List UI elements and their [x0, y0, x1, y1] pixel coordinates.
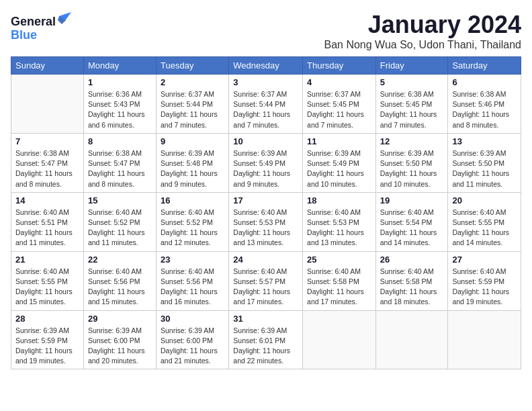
day-number: 6	[452, 77, 517, 87]
week-row-2: 14Sunrise: 6:40 AMSunset: 5:51 PMDayligh…	[11, 192, 521, 251]
week-row-1: 7Sunrise: 6:38 AMSunset: 5:47 PMDaylight…	[11, 133, 521, 192]
header-cell-thursday: Thursday	[303, 57, 376, 75]
header-row: SundayMondayTuesdayWednesdayThursdayFrid…	[11, 57, 521, 75]
day-cell: 15Sunrise: 6:40 AMSunset: 5:52 PMDayligh…	[83, 192, 156, 251]
day-info: Sunrise: 6:40 AMSunset: 5:59 PMDaylight:…	[452, 267, 517, 308]
day-cell: 25Sunrise: 6:40 AMSunset: 5:58 PMDayligh…	[303, 251, 376, 310]
day-number: 1	[88, 77, 152, 87]
day-number: 5	[380, 77, 444, 87]
day-number: 8	[88, 136, 152, 146]
day-info: Sunrise: 6:40 AMSunset: 5:58 PMDaylight:…	[307, 267, 371, 308]
day-info: Sunrise: 6:40 AMSunset: 5:54 PMDaylight:…	[380, 208, 444, 248]
day-number: 24	[233, 255, 298, 265]
week-row-3: 21Sunrise: 6:40 AMSunset: 5:55 PMDayligh…	[11, 251, 521, 310]
day-cell: 10Sunrise: 6:39 AMSunset: 5:49 PMDayligh…	[229, 133, 303, 192]
day-number: 11	[307, 136, 371, 146]
day-info: Sunrise: 6:39 AMSunset: 5:49 PMDaylight:…	[307, 148, 371, 189]
day-number: 28	[15, 314, 79, 324]
day-number: 23	[161, 255, 224, 265]
day-cell: 19Sunrise: 6:40 AMSunset: 5:54 PMDayligh…	[375, 192, 448, 251]
day-info: Sunrise: 6:37 AMSunset: 5:45 PMDaylight:…	[307, 89, 371, 130]
day-cell: 1Sunrise: 6:36 AMSunset: 5:43 PMDaylight…	[83, 75, 156, 134]
day-number: 27	[452, 255, 517, 265]
day-number: 19	[380, 195, 444, 205]
day-cell: 22Sunrise: 6:40 AMSunset: 5:56 PMDayligh…	[83, 251, 156, 310]
day-number: 31	[233, 314, 298, 324]
day-info: Sunrise: 6:40 AMSunset: 5:53 PMDaylight:…	[307, 208, 371, 248]
day-info: Sunrise: 6:40 AMSunset: 5:56 PMDaylight:…	[88, 267, 152, 308]
day-number: 13	[452, 136, 517, 146]
day-info: Sunrise: 6:36 AMSunset: 5:43 PMDaylight:…	[88, 89, 152, 130]
header: General Blue January 2024 Ban Nong Wua S…	[11, 11, 521, 51]
header-cell-wednesday: Wednesday	[229, 57, 303, 75]
week-row-4: 28Sunrise: 6:39 AMSunset: 5:59 PMDayligh…	[11, 310, 521, 369]
calendar-subtitle: Ban Nong Wua So, Udon Thani, Thailand	[324, 39, 521, 51]
day-cell: 23Sunrise: 6:40 AMSunset: 5:56 PMDayligh…	[157, 251, 229, 310]
day-number: 20	[452, 195, 517, 205]
day-cell: 17Sunrise: 6:40 AMSunset: 5:53 PMDayligh…	[229, 192, 303, 251]
logo-icon: General Blue	[11, 11, 71, 44]
week-row-0: 1Sunrise: 6:36 AMSunset: 5:43 PMDaylight…	[11, 75, 521, 134]
day-cell: 3Sunrise: 6:37 AMSunset: 5:44 PMDaylight…	[229, 75, 303, 134]
day-info: Sunrise: 6:40 AMSunset: 5:58 PMDaylight:…	[380, 267, 444, 308]
day-cell	[11, 75, 84, 134]
day-info: Sunrise: 6:40 AMSunset: 5:52 PMDaylight:…	[88, 208, 152, 248]
day-cell: 16Sunrise: 6:40 AMSunset: 5:52 PMDayligh…	[157, 192, 229, 251]
day-info: Sunrise: 6:40 AMSunset: 5:51 PMDaylight:…	[15, 208, 79, 248]
day-info: Sunrise: 6:39 AMSunset: 5:50 PMDaylight:…	[380, 148, 444, 189]
day-number: 18	[307, 195, 371, 205]
header-cell-sunday: Sunday	[11, 57, 84, 75]
day-cell	[375, 310, 448, 369]
day-info: Sunrise: 6:37 AMSunset: 5:44 PMDaylight:…	[233, 89, 298, 130]
day-info: Sunrise: 6:40 AMSunset: 5:53 PMDaylight:…	[233, 208, 298, 248]
day-number: 14	[15, 195, 79, 205]
day-info: Sunrise: 6:40 AMSunset: 5:55 PMDaylight:…	[452, 208, 517, 248]
day-number: 9	[161, 136, 224, 146]
header-cell-monday: Monday	[83, 57, 156, 75]
calendar-header: SundayMondayTuesdayWednesdayThursdayFrid…	[11, 57, 521, 75]
day-number: 15	[88, 195, 152, 205]
day-number: 30	[161, 314, 224, 324]
day-info: Sunrise: 6:38 AMSunset: 5:45 PMDaylight:…	[380, 89, 444, 130]
day-cell: 30Sunrise: 6:39 AMSunset: 6:00 PMDayligh…	[157, 310, 229, 369]
day-info: Sunrise: 6:39 AMSunset: 5:59 PMDaylight:…	[15, 326, 79, 367]
day-cell: 11Sunrise: 6:39 AMSunset: 5:49 PMDayligh…	[303, 133, 376, 192]
day-number: 12	[380, 136, 444, 146]
day-cell: 8Sunrise: 6:38 AMSunset: 5:47 PMDaylight…	[83, 133, 156, 192]
day-info: Sunrise: 6:38 AMSunset: 5:47 PMDaylight:…	[15, 148, 79, 189]
day-number: 16	[161, 195, 224, 205]
day-number: 25	[307, 255, 371, 265]
day-cell: 29Sunrise: 6:39 AMSunset: 6:00 PMDayligh…	[83, 310, 156, 369]
day-info: Sunrise: 6:39 AMSunset: 6:00 PMDaylight:…	[88, 326, 152, 367]
day-info: Sunrise: 6:39 AMSunset: 5:49 PMDaylight:…	[233, 148, 298, 189]
day-number: 2	[161, 77, 224, 87]
day-cell: 27Sunrise: 6:40 AMSunset: 5:59 PMDayligh…	[448, 251, 521, 310]
day-cell: 4Sunrise: 6:37 AMSunset: 5:45 PMDaylight…	[303, 75, 376, 134]
calendar-title: January 2024	[324, 11, 521, 39]
day-number: 10	[233, 136, 298, 146]
day-cell: 6Sunrise: 6:38 AMSunset: 5:46 PMDaylight…	[448, 75, 521, 134]
day-cell: 28Sunrise: 6:39 AMSunset: 5:59 PMDayligh…	[11, 310, 84, 369]
day-info: Sunrise: 6:38 AMSunset: 5:47 PMDaylight:…	[88, 148, 152, 189]
day-info: Sunrise: 6:39 AMSunset: 5:48 PMDaylight:…	[161, 148, 224, 189]
day-cell: 14Sunrise: 6:40 AMSunset: 5:51 PMDayligh…	[11, 192, 84, 251]
calendar-body: 1Sunrise: 6:36 AMSunset: 5:43 PMDaylight…	[11, 75, 521, 369]
day-cell: 5Sunrise: 6:38 AMSunset: 5:45 PMDaylight…	[375, 75, 448, 134]
logo: General Blue	[11, 11, 71, 44]
day-cell: 18Sunrise: 6:40 AMSunset: 5:53 PMDayligh…	[303, 192, 376, 251]
day-cell	[303, 310, 376, 369]
header-cell-saturday: Saturday	[448, 57, 521, 75]
day-number: 4	[307, 77, 371, 87]
svg-text:Blue: Blue	[11, 28, 37, 42]
day-number: 21	[15, 255, 79, 265]
day-cell: 31Sunrise: 6:39 AMSunset: 6:01 PMDayligh…	[229, 310, 303, 369]
day-info: Sunrise: 6:39 AMSunset: 6:01 PMDaylight:…	[233, 326, 298, 367]
day-info: Sunrise: 6:38 AMSunset: 5:46 PMDaylight:…	[452, 89, 517, 130]
day-number: 22	[88, 255, 152, 265]
day-cell	[448, 310, 521, 369]
day-info: Sunrise: 6:39 AMSunset: 6:00 PMDaylight:…	[161, 326, 224, 367]
day-number: 29	[88, 314, 152, 324]
day-info: Sunrise: 6:40 AMSunset: 5:57 PMDaylight:…	[233, 267, 298, 308]
day-number: 3	[233, 77, 298, 87]
day-info: Sunrise: 6:40 AMSunset: 5:56 PMDaylight:…	[161, 267, 224, 308]
